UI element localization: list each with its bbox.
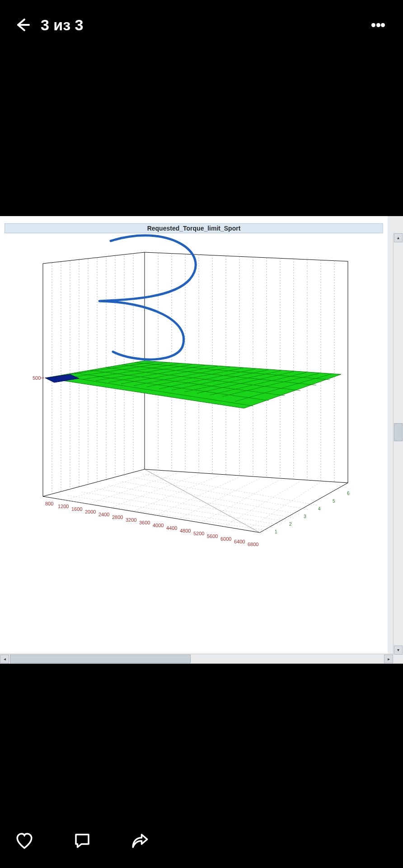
more-icon[interactable] bbox=[371, 22, 389, 28]
svg-text:6000: 6000 bbox=[220, 536, 231, 542]
svg-text:5: 5 bbox=[333, 499, 335, 504]
svg-line-30 bbox=[133, 477, 309, 510]
scroll-thumb-horizontal[interactable] bbox=[10, 655, 191, 663]
svg-text:4800: 4800 bbox=[180, 528, 191, 533]
horizontal-scrollbar[interactable]: ◂ ▸ bbox=[0, 654, 393, 664]
heart-icon bbox=[15, 831, 34, 850]
svg-line-26 bbox=[81, 492, 280, 525]
svg-text:6800: 6800 bbox=[248, 542, 258, 547]
like-button[interactable] bbox=[14, 830, 35, 852]
svg-line-37 bbox=[178, 478, 260, 519]
z-tick-500: 500 bbox=[33, 375, 41, 381]
scroll-up-button[interactable]: ▴ bbox=[394, 233, 403, 242]
svg-text:4000: 4000 bbox=[153, 523, 164, 528]
chevron-down-icon: ▾ bbox=[397, 648, 399, 652]
svg-line-33 bbox=[88, 473, 178, 504]
svg-text:1: 1 bbox=[275, 529, 277, 534]
svg-text:2000: 2000 bbox=[85, 509, 96, 514]
comment-button[interactable] bbox=[71, 830, 93, 852]
surface-plane bbox=[45, 361, 341, 408]
back-icon[interactable] bbox=[14, 16, 32, 34]
svg-text:800: 800 bbox=[45, 501, 53, 506]
x-axis-ticks: 800 1200 1600 2000 2400 2800 3200 3600 4… bbox=[45, 501, 258, 547]
image-viewer[interactable]: Requested_Torque_limit_Sport bbox=[0, 216, 403, 664]
svg-text:2400: 2400 bbox=[98, 512, 109, 517]
vertical-scrollbar[interactable]: ▴ ▾ bbox=[393, 233, 403, 655]
chart-window: Requested_Torque_limit_Sport bbox=[0, 216, 388, 655]
scroll-thumb-vertical[interactable] bbox=[394, 423, 403, 441]
svg-text:5600: 5600 bbox=[207, 533, 218, 539]
scroll-down-button[interactable]: ▾ bbox=[394, 646, 403, 655]
chevron-up-icon: ▴ bbox=[397, 236, 399, 240]
svg-line-36 bbox=[156, 477, 239, 515]
svg-line-40 bbox=[246, 482, 321, 530]
bottom-bar bbox=[0, 814, 403, 868]
svg-text:1200: 1200 bbox=[58, 504, 69, 509]
svg-text:6: 6 bbox=[347, 491, 350, 496]
comment-icon bbox=[73, 831, 92, 850]
svg-line-29 bbox=[122, 481, 300, 514]
svg-text:6400: 6400 bbox=[234, 539, 245, 544]
svg-text:4: 4 bbox=[318, 506, 321, 511]
svg-line-39 bbox=[224, 481, 300, 527]
scroll-left-button[interactable]: ◂ bbox=[0, 655, 9, 663]
y-axis-ticks: 1 2 3 4 5 6 bbox=[275, 491, 350, 534]
surface-plot-3d: 500 800 1200 1600 2000 2400 2800 3200 36… bbox=[0, 216, 388, 637]
top-bar: 3 из 3 bbox=[0, 0, 403, 50]
svg-line-27 bbox=[95, 488, 287, 522]
arrow-left-icon bbox=[14, 17, 31, 33]
svg-text:3600: 3600 bbox=[139, 520, 150, 525]
page-counter: 3 из 3 bbox=[41, 16, 371, 34]
svg-text:1600: 1600 bbox=[71, 506, 82, 512]
chevron-right-icon: ▸ bbox=[388, 657, 390, 661]
svg-text:5200: 5200 bbox=[193, 531, 204, 536]
share-button[interactable] bbox=[129, 830, 151, 852]
svg-text:3: 3 bbox=[304, 514, 306, 519]
svg-text:3200: 3200 bbox=[126, 517, 136, 523]
svg-text:2800: 2800 bbox=[112, 514, 123, 520]
scroll-right-button[interactable]: ▸ bbox=[384, 655, 393, 663]
svg-line-38 bbox=[201, 480, 280, 523]
svg-line-34 bbox=[111, 474, 199, 508]
chevron-left-icon: ◂ bbox=[4, 657, 6, 661]
svg-text:4400: 4400 bbox=[166, 525, 177, 531]
share-icon bbox=[131, 831, 150, 850]
svg-text:2: 2 bbox=[289, 522, 292, 527]
